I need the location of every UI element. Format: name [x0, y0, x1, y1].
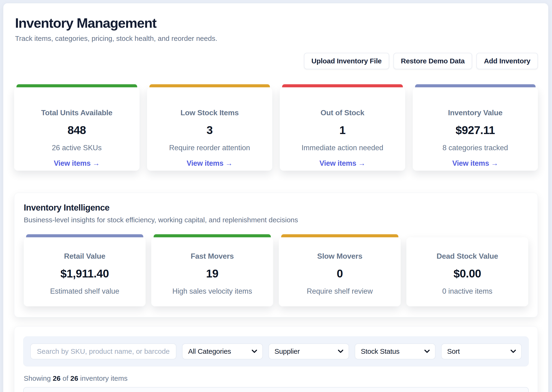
search-input[interactable]	[30, 343, 176, 359]
header-actions: Upload Inventory File Restore Demo Data …	[14, 53, 538, 69]
main-content-card: Inventory Management Track items, catego…	[3, 3, 548, 392]
filter-bar: All Categories Supplier Stock Status Sor…	[23, 336, 529, 366]
card-accent-bar-green	[154, 234, 271, 237]
stat-value: 848	[19, 124, 135, 137]
stat-value: 1	[285, 124, 401, 137]
card-accent-bar-none	[409, 234, 526, 237]
stat-label: Fast Movers	[156, 252, 268, 260]
supplier-select-value: Supplier	[275, 347, 300, 355]
supplier-select[interactable]: Supplier	[268, 343, 349, 359]
page-subtitle: Track items, categories, pricing, stock …	[15, 35, 538, 42]
view-items-link-low-stock[interactable]: View items →	[186, 159, 233, 168]
stat-subtext: Require shelf review	[284, 287, 396, 295]
intelligence-subtitle: Business-level insights for stock effici…	[24, 216, 528, 224]
stock-status-select[interactable]: Stock Status	[355, 343, 436, 359]
card-accent-bar-indigo	[26, 234, 143, 237]
inventory-table	[23, 387, 529, 392]
sort-select-value: Sort	[447, 347, 460, 355]
stat-label: Total Units Available	[19, 108, 135, 117]
stat-label: Retail Value	[29, 252, 141, 260]
restore-demo-data-button[interactable]: Restore Demo Data	[394, 53, 472, 69]
card-accent-bar-indigo	[415, 84, 536, 87]
stat-value: $0.00	[411, 267, 523, 280]
chevron-down-icon	[424, 350, 430, 353]
stat-subtext: 8 categories tracked	[417, 144, 533, 152]
intelligence-cards-row: Retail Value $1,911.40 Estimated shelf v…	[24, 234, 528, 306]
page-title: Inventory Management	[15, 15, 538, 31]
intel-card-retail-value: Retail Value $1,911.40 Estimated shelf v…	[24, 234, 146, 306]
stat-cards-row: Total Units Available 848 26 active SKUs…	[14, 84, 538, 171]
view-items-link-total-units[interactable]: View items →	[54, 159, 100, 168]
results-count: Showing 26 of 26 inventory items	[24, 374, 529, 382]
chevron-down-icon	[510, 350, 516, 353]
upload-inventory-file-button[interactable]: Upload Inventory File	[304, 53, 389, 69]
card-accent-bar-red	[282, 84, 403, 87]
sort-select[interactable]: Sort	[441, 343, 522, 359]
intelligence-title: Inventory Intelligence	[24, 203, 528, 213]
stat-card-low-stock: Low Stock Items 3 Require reorder attent…	[147, 84, 272, 171]
card-accent-bar-amber	[281, 234, 398, 237]
stat-label: Slow Movers	[284, 252, 396, 260]
intel-card-dead-stock: Dead Stock Value $0.00 0 inactive items	[406, 234, 528, 306]
intel-card-slow-movers: Slow Movers 0 Require shelf review	[279, 234, 401, 306]
add-inventory-button[interactable]: Add Inventory	[476, 53, 538, 69]
stat-subtext: 26 active SKUs	[19, 144, 135, 152]
stat-label: Low Stock Items	[152, 108, 268, 117]
stat-label: Inventory Value	[417, 108, 533, 117]
stat-label: Out of Stock	[285, 108, 401, 117]
stat-subtext: Estimated shelf value	[29, 287, 141, 295]
stat-card-total-units: Total Units Available 848 26 active SKUs…	[14, 84, 140, 171]
intel-card-fast-movers: Fast Movers 19 High sales velocity items	[151, 234, 273, 306]
stat-card-out-of-stock: Out of Stock 1 Immediate action needed V…	[280, 84, 405, 171]
stat-subtext: 0 inactive items	[411, 287, 523, 295]
stat-value: 3	[152, 124, 268, 137]
chevron-down-icon	[251, 350, 257, 353]
card-accent-bar-amber	[149, 84, 270, 87]
stat-value: 19	[156, 267, 268, 280]
stat-subtext: Require reorder attention	[152, 144, 268, 152]
stat-value: 0	[284, 267, 396, 280]
shown-count: 26	[53, 374, 60, 382]
card-accent-bar-green	[16, 84, 137, 87]
stat-card-inventory-value: Inventory Value $927.11 8 categories tra…	[413, 84, 538, 171]
category-select-value: All Categories	[188, 347, 231, 355]
inventory-list-panel: All Categories Supplier Stock Status Sor…	[14, 326, 538, 392]
view-items-link-out-of-stock[interactable]: View items →	[319, 159, 366, 168]
stat-value: $927.11	[417, 124, 533, 137]
view-items-link-inventory-value[interactable]: View items →	[452, 159, 498, 168]
stat-subtext: Immediate action needed	[285, 144, 401, 152]
total-count: 26	[71, 374, 78, 382]
chevron-down-icon	[338, 350, 344, 353]
stock-status-select-value: Stock Status	[361, 347, 400, 355]
stat-label: Dead Stock Value	[411, 252, 523, 260]
stat-subtext: High sales velocity items	[156, 287, 268, 295]
stat-value: $1,911.40	[29, 267, 141, 280]
inventory-intelligence-panel: Inventory Intelligence Business-level in…	[14, 193, 538, 317]
category-select[interactable]: All Categories	[182, 343, 263, 359]
